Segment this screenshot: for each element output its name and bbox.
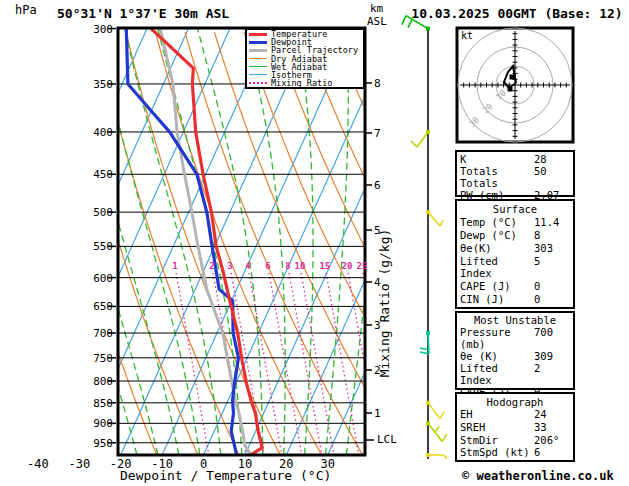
panel-row-label: StmDir [460,434,534,446]
station-title: 50°31'N 1°37'E 30m ASL [57,7,229,20]
km-tick-label: 4 [374,276,381,289]
panel-row-label: Totals Totals [460,165,534,189]
panel-row-value: 6 [534,446,570,458]
panel-row-value: 309 [534,350,570,362]
panel-row-value: 5 [534,255,570,279]
panel-row: EH24 [460,408,570,420]
panel-row-value: 2 [534,362,570,386]
panel-row-value: 0 [534,293,570,305]
wind-barb [420,331,430,354]
panel-row-value: 11.4 [534,216,570,228]
wind-barb-stroke [444,455,447,459]
km-tick-label: 1 [374,407,381,420]
pressure-tick-label: 700 [83,327,113,340]
panel-row: Pressure (mb)700 [460,326,570,350]
panel-row: StmDir206° [460,434,570,446]
legend-swatch-isotherm [249,74,267,75]
mixing-ratio-label: 2 [209,261,214,271]
temperature-tick-label: -10 [144,457,180,471]
panel-section-header: Hodograph [460,396,570,408]
panel-row-value: 700 [534,326,570,350]
legend-swatch-dewpoint [249,41,267,44]
panel-row: Lifted Index2 [460,362,570,386]
panel-row-label: CAPE (J) [460,280,534,292]
pressure-tick-label: 650 [83,300,113,313]
pressure-tick-label: 900 [83,417,113,430]
panel-row-label: CIN (J) [460,293,534,305]
panel-row-label: SREH [460,421,534,433]
wind-barb-stroke [442,434,447,441]
panel-row-label: Lifted Index [460,255,534,279]
temperature-tick-label: -20 [103,457,139,471]
panel-row-value: 24 [534,408,570,420]
panel-row-label: EH [460,408,534,420]
panel-row-value: 0 [534,280,570,292]
panel-row: CAPE (J)0 [460,280,570,292]
pressure-tick-label: 850 [83,397,113,410]
panel-row-value: 8 [534,229,570,241]
panel-section-header: Surface [460,203,570,215]
temperature-tick-label: -40 [20,457,56,471]
panel-row-label: θe(K) [460,242,534,254]
mixing-ratio-line [249,273,282,455]
legend-item: Mixing Ratio [249,79,361,87]
temperature-tick-label: 20 [268,457,304,471]
pressure-tick-label: 600 [83,272,113,285]
panel-row-value: 206° [534,434,570,446]
temperature-tick-label: 30 [310,457,346,471]
km-tick-label: 3 [374,319,381,332]
mixing-ratio-label: 15 [320,261,331,271]
panel-row-value: 33 [534,421,570,433]
wind-barb-stroke [428,403,440,419]
panel-row-value: 50 [534,165,570,189]
mixing-ratio-line [326,273,359,455]
panel-row: StmSpd (kt)6 [460,446,570,458]
panel-row: θe(K)303 [460,242,570,254]
panel-row: K28 [460,153,570,165]
wind-barb-stroke [428,333,429,354]
temperature-tick-label: -30 [61,457,97,471]
legend-swatch-dry-adiabat [249,58,267,59]
mixing-ratio-label: 20 [342,261,353,271]
panel-row-label: Temp (°C) [460,216,534,228]
temperature-curve [151,29,262,455]
mixing-ratio-label: 25 [357,261,368,271]
wind-barb-stroke [435,426,439,432]
legend-label: Mixing Ratio [271,78,332,88]
pressure-unit-label: hPa [15,4,37,16]
wet-adiabat-line [326,29,349,455]
isotherm-line [245,28,437,455]
panel-section-most-unstable: Most UnstablePressure (mb)700θe (K)309Li… [455,311,575,390]
panel-row-label: K [460,153,534,165]
km-tick-label: 6 [374,179,381,192]
mixing-ratio-label: 8 [285,261,290,271]
panel-row-value: 28 [534,153,570,165]
panel-row: Lifted Index5 [460,255,570,279]
pressure-tick-label: 550 [83,240,113,253]
dewpoint-curve [126,29,238,455]
legend: TemperatureDewpointParcel TrajectoryDry … [245,28,365,89]
wind-barb-stroke [428,212,440,226]
pressure-tick-label: 750 [83,352,113,365]
wind-barb [426,421,447,441]
lcl-label: LCL [377,434,397,445]
datetime-title: 10.03.2025 00GMT (Base: 12) [405,7,629,20]
km-tick-label: 7 [374,127,381,140]
pressure-tick-label: 500 [83,206,113,219]
skewt-sounding-page: 102030 hPa 50°31'N 1°37'E 30m ASL 10.03.… [0,0,629,486]
km-axis-unit-label: km [370,3,383,14]
panel-section-header: Most Unstable [460,314,570,326]
panel-section-hodograph: HodographEH24SREH33StmDir206°StmSpd (kt)… [455,392,575,462]
copyright: © weatheronline.co.uk [462,470,614,482]
panel-section: K28Totals Totals50PW (cm)2.07 [455,150,575,197]
mixing-ratio-label: 6 [265,261,270,271]
panel-row: θe (K)309 [460,350,570,362]
wind-barb-stroke [417,132,428,147]
mixing-ratio-axis-label: Mixing Ratio (g/kg) [378,229,391,378]
legend-swatch-mixing-ratio [249,82,267,84]
wind-barb-stroke [411,141,417,147]
km-tick-label: 8 [374,77,381,90]
mixing-ratio-label: 10 [295,261,306,271]
wind-barb [426,453,447,459]
wet-adiabat-line [198,29,263,455]
